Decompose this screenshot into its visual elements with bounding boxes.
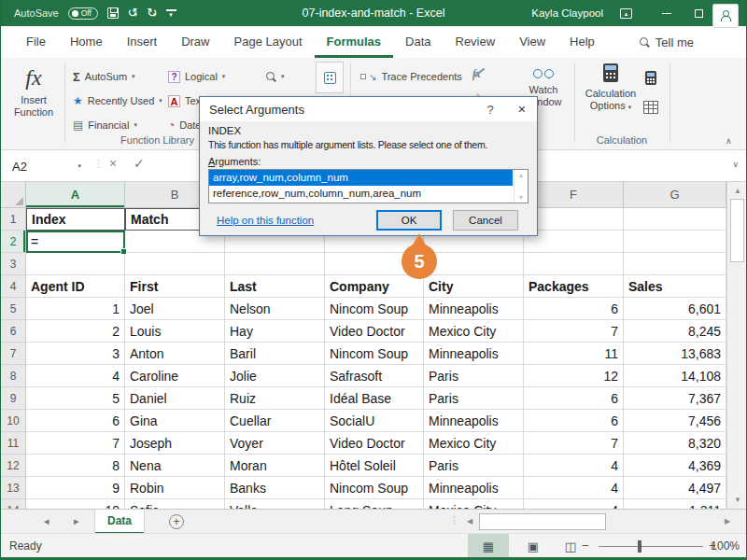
scroll-up-icon[interactable]: ▲ — [518, 172, 525, 178]
cell-F11[interactable]: 7 — [524, 432, 624, 455]
cell-G1[interactable] — [624, 208, 726, 231]
help-on-function-link[interactable]: Help on this function — [217, 215, 314, 226]
cell-A3[interactable] — [26, 253, 125, 275]
cell-F4[interactable]: Packages — [524, 275, 624, 298]
cell-G3[interactable] — [624, 253, 726, 275]
zoom-percentage[interactable]: 100% — [711, 539, 740, 553]
row-header-5[interactable]: 5 — [1, 298, 26, 320]
cell-E9[interactable]: Paris — [424, 387, 524, 410]
zoom-slider-track[interactable] — [599, 546, 703, 547]
customize-qat-icon[interactable]: ▾ — [166, 9, 176, 18]
sheet-next-icon[interactable]: ▸ — [74, 515, 79, 527]
autosave-toggle[interactable]: Off — [68, 7, 98, 20]
cell-B10[interactable]: Gina — [125, 410, 225, 432]
column-header-A[interactable]: A — [26, 182, 125, 208]
autosum-button[interactable]: ΣAutoSum▾ — [70, 65, 165, 88]
scroll-up-icon[interactable]: ▲ — [727, 187, 747, 195]
row-header-8[interactable]: 8 — [1, 365, 26, 387]
cell-A7[interactable]: 3 — [26, 343, 125, 365]
argument-option[interactable]: reference,row_num,column_num,area_num — [209, 186, 513, 202]
save-icon[interactable] — [107, 7, 119, 19]
redo-button[interactable]: ↻▾ — [147, 7, 156, 20]
cell-E4[interactable]: City — [424, 275, 524, 298]
cell-A9[interactable]: 5 — [26, 387, 125, 410]
sheet-tab-data[interactable]: Data — [94, 510, 145, 534]
cell-D13[interactable]: Nincom Soup — [325, 477, 424, 499]
cell-C4[interactable]: Last — [225, 275, 325, 298]
cell-F1[interactable] — [524, 208, 624, 231]
cell-B3[interactable] — [125, 253, 225, 275]
page-layout-view-button[interactable]: ▣ — [516, 534, 550, 558]
row-header-2[interactable]: 2 — [1, 231, 26, 253]
cell-C10[interactable]: Cuellar — [225, 410, 325, 432]
cell-G8[interactable]: 14,108 — [624, 365, 726, 387]
vertical-scroll-thumb[interactable] — [730, 199, 744, 262]
zoom-out-button[interactable]: − — [582, 539, 589, 553]
cell-G11[interactable]: 8,320 — [624, 432, 726, 455]
cell-A14[interactable]: 10 — [26, 499, 125, 509]
cell-D5[interactable]: Nincom Soup — [325, 298, 424, 320]
cell-A6[interactable]: 2 — [26, 320, 125, 343]
undo-button[interactable]: ↺▾ — [128, 7, 137, 20]
cell-F3[interactable] — [524, 253, 624, 275]
cell-G5[interactable]: 6,601 — [624, 298, 726, 320]
enter-entry-button[interactable]: ✓ — [134, 156, 145, 171]
cell-F9[interactable]: 6 — [524, 387, 624, 410]
tab-data[interactable]: Data — [393, 26, 443, 58]
scroll-down-icon[interactable]: ▼ — [518, 194, 525, 201]
cell-D12[interactable]: Hôtel Soleil — [325, 455, 424, 477]
cell-B5[interactable]: Joel — [125, 298, 225, 320]
cell-C8[interactable]: Jolie — [225, 365, 325, 387]
cell-F2[interactable] — [524, 231, 624, 253]
cell-C13[interactable]: Banks — [225, 477, 325, 499]
cell-E8[interactable]: Paris — [424, 365, 524, 387]
tab-draw[interactable]: Draw — [169, 26, 221, 58]
cell-D7[interactable]: Nincom Soup — [325, 343, 424, 365]
user-name[interactable]: Kayla Claypool — [531, 7, 603, 19]
cell-A8[interactable]: 4 — [26, 365, 125, 387]
tab-review[interactable]: Review — [444, 26, 508, 58]
tab-home[interactable]: Home — [58, 26, 115, 58]
row-header-9[interactable]: 9 — [1, 387, 26, 410]
cell-A13[interactable]: 9 — [26, 477, 125, 499]
cell-B14[interactable]: Sofia — [125, 499, 225, 509]
dialog-title-bar[interactable]: Select Arguments ? × — [200, 97, 537, 121]
calculation-options-button[interactable]: Calculation Options ▾ — [580, 63, 641, 113]
scroll-left-icon[interactable]: ◀ — [462, 512, 477, 531]
cancel-entry-button[interactable]: × — [109, 156, 117, 171]
cell-E7[interactable]: Minneapolis — [424, 343, 524, 365]
column-header-F[interactable]: F — [524, 182, 624, 208]
cell-F7[interactable]: 11 — [524, 343, 624, 365]
cell-F14[interactable]: 4 — [524, 499, 624, 509]
cell-C14[interactable]: Valle — [225, 499, 325, 509]
maximize-button[interactable] — [683, 0, 714, 26]
cell-B13[interactable]: Robin — [125, 477, 225, 499]
cell-E10[interactable]: Minneapolis — [424, 410, 524, 432]
show-formulas-button[interactable]: fx — [472, 67, 481, 81]
cell-E6[interactable]: Mexico City — [424, 320, 524, 343]
cell-F8[interactable]: 12 — [524, 365, 624, 387]
recently-used-button[interactable]: ★Recently Used▾ — [70, 90, 165, 112]
scroll-right-icon[interactable]: ▶ — [720, 512, 735, 531]
row-header-12[interactable]: 12 — [1, 455, 26, 477]
cell-G7[interactable]: 13,683 — [624, 343, 726, 365]
cell-C9[interactable]: Ruiz — [225, 387, 325, 410]
cell-E12[interactable]: Paris — [424, 455, 524, 477]
row-header-4[interactable]: 4 — [1, 275, 26, 298]
row-header-14[interactable]: 14 — [1, 499, 26, 509]
cancel-button[interactable]: Cancel — [453, 210, 518, 231]
row-header-7[interactable]: 7 — [1, 343, 26, 365]
tab-help[interactable]: Help — [557, 26, 607, 58]
name-box[interactable]: A2 ▾ — [5, 154, 89, 178]
normal-view-button[interactable]: ▦ — [468, 534, 509, 558]
insert-function-button[interactable]: fx Insert Function — [7, 63, 61, 145]
cell-D6[interactable]: Video Doctor — [325, 320, 424, 343]
sheet-prev-icon[interactable]: ◂ — [44, 515, 49, 527]
row-header-1[interactable]: 1 — [1, 208, 26, 231]
cell-E3[interactable] — [424, 253, 524, 275]
cell-E11[interactable]: Mexico City — [424, 432, 524, 455]
cell-D10[interactable]: SocialU — [325, 410, 424, 432]
row-header-13[interactable]: 13 — [1, 477, 26, 499]
cell-C7[interactable]: Baril — [225, 343, 325, 365]
arguments-listbox[interactable]: array,row_num,column_numreference,row_nu… — [208, 169, 529, 203]
